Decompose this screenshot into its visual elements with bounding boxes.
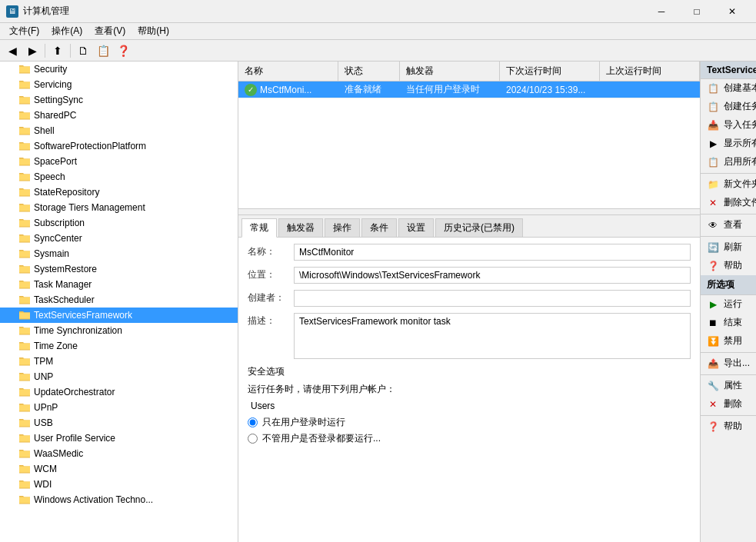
action-refresh[interactable]: 🔄 刷新 <box>701 238 756 257</box>
actions-section-framework-header[interactable]: TextServicesFramework ▲ <box>701 62 756 79</box>
detail-row-author: 创建者： <box>248 290 691 307</box>
tree-item-sharedpc[interactable]: SharedPC <box>0 108 238 123</box>
detail-value-location[interactable]: \Microsoft\Windows\TextServicesFramework <box>294 267 691 284</box>
action-disable[interactable]: ⏬ 禁用 <box>701 332 756 351</box>
tab-settings[interactable]: 设置 <box>398 218 434 237</box>
tree-item-tpm[interactable]: TPM <box>0 354 238 369</box>
tree-item-storagetiersmanagement[interactable]: Storage Tiers Management <box>0 200 238 215</box>
tree-item-systemrestore[interactable]: SystemRestore <box>0 261 238 277</box>
col-header-trigger[interactable]: 触发器 <box>400 62 500 81</box>
action-end[interactable]: ⏹ 结束 <box>701 314 756 332</box>
action-enable-history[interactable]: 📋 启用所有任务历史记录 <box>701 153 756 171</box>
action-delete[interactable]: ✕ 删除 <box>701 395 756 414</box>
col-header-next-run[interactable]: 下次运行时间 <box>500 62 600 81</box>
action-show-running-tasks[interactable]: ▶ 显示所有正在运行的任务 <box>701 135 756 153</box>
tree-item-wdi[interactable]: WDI <box>0 477 238 492</box>
tab-general[interactable]: 常规 <box>241 218 277 238</box>
detail-value-author[interactable] <box>294 290 691 307</box>
action-properties[interactable]: 🔧 属性 <box>701 377 756 395</box>
tree-item-servicing[interactable]: Servicing <box>0 77 238 92</box>
close-button[interactable]: ✕ <box>714 0 750 23</box>
show-running-tasks-icon: ▶ <box>707 138 719 150</box>
tree-item-spaceport[interactable]: SpacePort <box>0 154 238 169</box>
task-row-last-run <box>600 88 700 91</box>
action-create-basic-task[interactable]: 📋 创建基本任务... <box>701 79 756 98</box>
tree-item-settingsync[interactable]: SettingSync <box>0 92 238 108</box>
tree-item-userprofileservice[interactable]: User Profile Service <box>0 431 238 446</box>
folder-icon-spaceport <box>18 155 31 168</box>
title-text: 计算机管理 <box>23 5 69 18</box>
action-separator-4 <box>701 352 756 353</box>
menu-action[interactable]: 操作(A) <box>45 23 88 39</box>
tree-item-subscription[interactable]: Subscription <box>0 215 238 231</box>
maximize-button[interactable]: □ <box>679 0 714 23</box>
action-delete-folder[interactable]: ✕ 删除文件夹 <box>701 194 756 212</box>
col-header-status[interactable]: 状态 <box>338 62 400 81</box>
detail-value-name[interactable]: MsCtfMonitor <box>294 244 691 261</box>
security-options-title: 安全选项 <box>248 365 691 378</box>
properties-toolbar-button[interactable]: 📋 <box>94 42 112 59</box>
tree-item-waasmedic[interactable]: WaaSMedic <box>0 446 238 461</box>
task-table-body: ✓ MsCtfMoni... 准备就绪 当任何用户登录时 2024/10/23 … <box>238 81 700 208</box>
tree-item-speech[interactable]: Speech <box>0 169 238 185</box>
back-button[interactable]: ◀ <box>3 42 22 59</box>
tree-item-taskmanager[interactable]: Task Manager <box>0 277 238 292</box>
actions-section-selected-header[interactable]: 所选项 ▲ <box>701 275 756 295</box>
tree-item-label-spaceport: SpacePort <box>34 156 77 167</box>
action-label-delete-folder: 删除文件夹 <box>724 196 756 209</box>
menu-file[interactable]: 文件(F) <box>3 23 45 39</box>
import-task-icon: 📥 <box>707 119 719 131</box>
radio-always[interactable] <box>248 434 258 444</box>
tree-item-sysmain[interactable]: Sysmain <box>0 246 238 261</box>
table-row[interactable]: ✓ MsCtfMoni... 准备就绪 当任何用户登录时 2024/10/23 … <box>238 81 700 98</box>
tree-item-label-waasmedic: WaaSMedic <box>34 448 83 459</box>
up-button[interactable]: ⬆ <box>48 42 67 59</box>
tree-item-label-wcm: WCM <box>34 464 57 474</box>
tab-triggers[interactable]: 触发器 <box>278 218 323 237</box>
show-hide-button[interactable]: 🗋 <box>74 42 92 59</box>
radio-login[interactable] <box>248 417 258 427</box>
tree-item-label-sysmain: Sysmain <box>34 248 69 259</box>
security-section: 安全选项 运行任务时，请使用下列用户帐户： Users 只在用户登录时运行 不管… <box>248 365 691 445</box>
tree-item-windowsactivation[interactable]: Windows Activation Techno... <box>0 492 238 507</box>
tree-item-synccenter[interactable]: SyncCenter <box>0 231 238 246</box>
action-label-disable: 禁用 <box>724 334 742 347</box>
tree-item-timezone[interactable]: Time Zone <box>0 338 238 354</box>
title-bar-left: 🖥 计算机管理 <box>6 5 69 18</box>
folder-icon-settingsync <box>18 94 31 106</box>
tab-conditions[interactable]: 条件 <box>361 218 397 237</box>
tree-item-usb[interactable]: USB <box>0 415 238 431</box>
action-import-task[interactable]: 📥 导入任务... <box>701 116 756 135</box>
menu-view[interactable]: 查看(V) <box>88 23 132 39</box>
action-create-task[interactable]: 📋 创建任务... <box>701 98 756 116</box>
tree-item-shell[interactable]: Shell <box>0 123 238 138</box>
action-label-show-running-tasks: 显示所有正在运行的任务 <box>724 137 756 150</box>
tab-actions[interactable]: 操作 <box>325 218 360 237</box>
tree-item-unp[interactable]: UNP <box>0 369 238 384</box>
col-header-last-run[interactable]: 上次运行时间 <box>600 62 700 81</box>
tree-item-staterepository[interactable]: StateRepository <box>0 185 238 200</box>
action-run[interactable]: ▶ 运行 <box>701 295 756 314</box>
tab-history[interactable]: 历史记录(已禁用) <box>435 218 523 237</box>
action-help-section1[interactable]: ❓ 帮助 <box>701 257 756 275</box>
tree-item-textservicesframework[interactable]: TextServicesFramework <box>0 308 238 323</box>
help-toolbar-button[interactable]: ❓ <box>114 42 132 59</box>
menu-help[interactable]: 帮助(H) <box>132 23 175 39</box>
minimize-button[interactable]: ─ <box>644 0 679 23</box>
action-separator-3 <box>701 236 756 237</box>
tree-item-softwareprotection[interactable]: SoftwareProtectionPlatform <box>0 138 238 154</box>
tree-item-wcm[interactable]: WCM <box>0 461 238 477</box>
col-header-name[interactable]: 名称 <box>238 62 338 81</box>
tree-item-upnp[interactable]: UPnP <box>0 400 238 415</box>
action-help-section2[interactable]: ❓ 帮助 <box>701 417 756 436</box>
action-new-folder[interactable]: 📁 新文件夹... <box>701 175 756 194</box>
detail-value-description[interactable]: TextServicesFramework monitor task <box>294 313 691 359</box>
tree-item-security[interactable]: Security <box>0 62 238 77</box>
tree-item-timesynchronization[interactable]: Time Synchronization <box>0 323 238 338</box>
action-view[interactable]: 👁 查看 ▶ <box>701 216 756 234</box>
tree-item-updateorchestrator[interactable]: UpdateOrchestrator <box>0 384 238 400</box>
folder-icon-wcm <box>18 463 31 475</box>
action-export[interactable]: 📤 导出... <box>701 354 756 373</box>
forward-button[interactable]: ▶ <box>23 42 42 59</box>
tree-item-taskscheduler[interactable]: TaskScheduler <box>0 292 238 308</box>
